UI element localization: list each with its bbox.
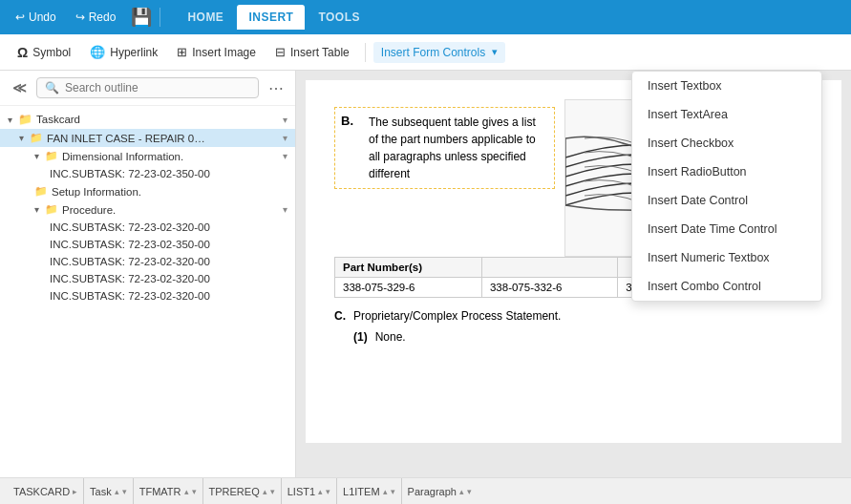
tree-label-dimensional: Dimensional Information. [62, 151, 183, 162]
redo-label: Redo [89, 10, 117, 24]
tab-insert[interactable]: INSERT [237, 5, 305, 30]
dropdown-item-radiobutton[interactable]: Insert RadioButton [632, 158, 821, 186]
dropdown-item-combo-control[interactable]: Insert Combo Control [632, 272, 821, 301]
dropdown-item-numeric-textbox[interactable]: Insert Numeric Textbox [632, 243, 821, 272]
more-button[interactable]: ⋯ [265, 76, 287, 99]
undo-icon [15, 10, 25, 24]
paragraph-c-sub: (1) None. [353, 330, 813, 344]
status-up-task: ▴ [115, 487, 119, 496]
status-paragraph-label: Paragraph [408, 486, 457, 497]
symbol-label: Symbol [32, 46, 71, 59]
tree-label-setup: Setup Information. [52, 186, 141, 198]
search-box[interactable]: 🔍 [36, 77, 259, 98]
status-list1[interactable]: LIST1 ▴ ▾ [282, 478, 337, 504]
table-cell-2: 338-075-332-6 [481, 278, 617, 298]
tree-label-subtask-4: INC.SUBTASK: 72-23-02-320-00 [50, 256, 210, 267]
hyperlink-button[interactable]: 🌐 Hyperlink [82, 41, 165, 63]
search-icon: 🔍 [45, 81, 59, 94]
paragraph-b-text: The subsequent table gives a list of the… [369, 114, 548, 182]
sec-separator [365, 43, 366, 62]
dropdown-item-datetime-control[interactable]: Insert Date Time Control [632, 215, 821, 243]
tab-tools[interactable]: TOOLS [307, 5, 372, 30]
table-header-1: Part Number(s) [335, 258, 482, 278]
status-taskcard-label: TASKCARD [13, 486, 70, 497]
folder-icon: 📁 [18, 113, 32, 126]
folder-icon-dimensional: 📁 [45, 150, 58, 162]
tree-expand-arrow-fan: ▾ [283, 133, 287, 143]
status-list1-label: LIST1 [287, 486, 315, 497]
secondary-toolbar: Ω Symbol 🌐 Hyperlink ⊞ Insert Image ⊟ In… [0, 34, 851, 71]
status-l1item-label: L1ITEM [343, 486, 380, 497]
tree-label-subtask-6: INC.SUBTASK: 72-23-02-320-00 [50, 290, 210, 302]
sidebar: ≪ 🔍 ⋯ ▾ 📁 Taskcard ▾ ▾ 📁 FAN INLET C [0, 71, 296, 477]
tree-item-procedure[interactable]: ▾ 📁 Procedure. ▾ [0, 200, 295, 219]
paragraph-c-text: Proprietary/Complex Process Statement. [353, 309, 561, 323]
folder-icon-setup: 📁 [34, 185, 48, 198]
tab-home[interactable]: HOME [176, 5, 235, 30]
chevron-down-icon: ▾ [492, 46, 498, 58]
sidebar-header: ≪ 🔍 ⋯ [0, 71, 295, 106]
tree-item-dimensional[interactable]: ▾ 📁 Dimensional Information. ▾ [0, 147, 295, 165]
tree-item-subtask-1[interactable]: INC.SUBTASK: 72-23-02-350-00 [0, 165, 295, 182]
dropdown-item-checkbox[interactable]: Insert Checkbox [632, 129, 821, 158]
undo-label: Undo [29, 10, 56, 24]
tree-expand-arrow: ▾ [283, 115, 287, 125]
tree-label-subtask-3: INC.SUBTASK: 72-23-02-350-00 [50, 239, 210, 250]
status-taskcard[interactable]: TASKCARD ▸ [8, 478, 84, 504]
status-down-tfmatr: ▾ [192, 487, 197, 496]
symbol-icon: Ω [17, 45, 28, 60]
tree-item-fan-inlet[interactable]: ▾ 📁 FAN INLET CASE - REPAIR 007 - REPL ▾ [0, 129, 295, 147]
status-l1item[interactable]: L1ITEM ▴ ▾ [337, 478, 402, 504]
redo-icon [75, 10, 85, 24]
search-input[interactable] [65, 81, 250, 94]
more-icon: ⋯ [268, 79, 284, 97]
folder-icon-fan: 📁 [30, 132, 43, 144]
toolbar-divider [160, 8, 160, 27]
undo-button[interactable]: Undo [8, 7, 64, 28]
toolbar-tabs: HOME INSERT TOOLS [176, 5, 372, 30]
collapse-icon: ≪ [12, 80, 27, 95]
status-paragraph[interactable]: Paragraph ▴ ▾ [402, 478, 478, 504]
status-down-tprereq: ▾ [270, 487, 275, 496]
tree-label-procedure: Procedure. [62, 204, 116, 216]
insert-image-button[interactable]: ⊞ Insert Image [169, 41, 264, 63]
status-tfmatr[interactable]: TFMATR ▴ ▾ [134, 478, 203, 504]
tree-item-subtask-3[interactable]: INC.SUBTASK: 72-23-02-350-00 [0, 236, 295, 253]
status-task[interactable]: Task ▴ ▾ [84, 478, 134, 504]
paragraph-b-content: B. The subsequent table gives a list of … [334, 107, 555, 189]
status-tfmatr-label: TFMATR [139, 486, 181, 497]
insert-form-controls-button[interactable]: Insert Form Controls ▾ [373, 42, 505, 63]
status-down-l1item: ▾ [391, 487, 395, 496]
status-tprereq[interactable]: TPREREQ ▴ ▾ [203, 478, 282, 504]
status-down-task: ▾ [122, 487, 127, 496]
status-bar: TASKCARD ▸ Task ▴ ▾ TFMATR ▴ ▾ TPREREQ ▴… [0, 477, 851, 504]
tree-item-setup[interactable]: 📁 Setup Information. [0, 182, 295, 200]
status-down-paragraph: ▾ [467, 487, 472, 496]
tree: ▾ 📁 Taskcard ▾ ▾ 📁 FAN INLET CASE - REPA… [0, 106, 295, 477]
symbol-button[interactable]: Ω Symbol [10, 41, 78, 64]
redo-button[interactable]: Redo [68, 7, 124, 28]
tree-label-subtask-2: INC.SUBTASK: 72-23-02-320-00 [50, 221, 210, 233]
tree-item-subtask-4[interactable]: INC.SUBTASK: 72-23-02-320-00 [0, 253, 295, 270]
status-arrow-taskcard: ▸ [73, 487, 77, 496]
tree-expand-dimensional: ▾ [283, 151, 287, 161]
dropdown-item-textarea[interactable]: Insert TextArea [632, 100, 821, 129]
dropdown-item-date-control[interactable]: Insert Date Control [632, 186, 821, 215]
tree-arrow-fan: ▾ [19, 133, 24, 143]
collapse-button[interactable]: ≪ [8, 76, 31, 99]
tree-arrow-taskcard: ▾ [8, 115, 12, 125]
tree-expand-procedure: ▾ [283, 204, 287, 215]
paragraph-b-label: B. [341, 114, 353, 128]
dropdown-item-textbox[interactable]: Insert Textbox [632, 72, 821, 100]
tree-item-subtask-2[interactable]: INC.SUBTASK: 72-23-02-320-00 [0, 219, 295, 236]
status-up-l1item: ▴ [383, 487, 388, 496]
tree-item-subtask-6[interactable]: INC.SUBTASK: 72-23-02-320-00 [0, 287, 295, 304]
tree-item-subtask-5[interactable]: INC.SUBTASK: 72-23-02-320-00 [0, 270, 295, 287]
tree-item-taskcard[interactable]: ▾ 📁 Taskcard ▾ [0, 110, 295, 129]
paragraph-c-label: C. [334, 309, 346, 323]
status-tprereq-label: TPREREQ [209, 486, 260, 497]
insert-table-button[interactable]: ⊟ Insert Table [267, 41, 357, 63]
status-task-label: Task [90, 486, 112, 497]
insert-table-icon: ⊟ [275, 45, 286, 59]
status-down-list1: ▾ [326, 487, 330, 496]
